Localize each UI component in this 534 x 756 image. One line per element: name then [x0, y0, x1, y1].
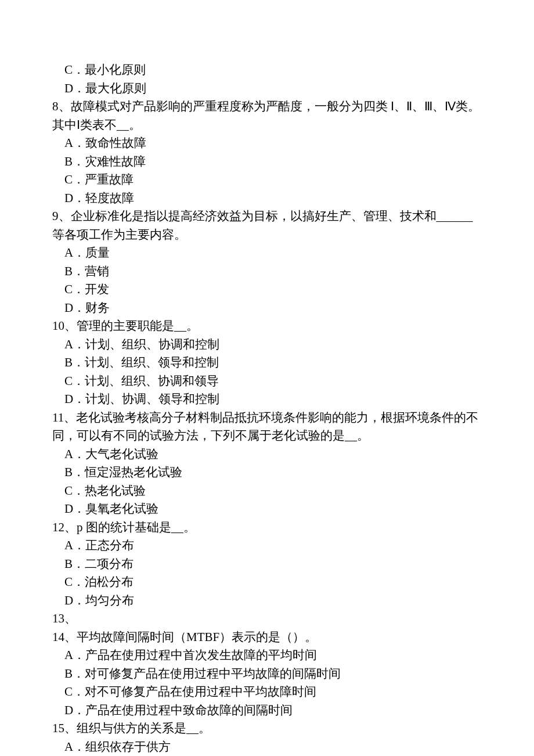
q14-option-c: C．对不可修复产品在使用过程中平均故障时间 — [52, 683, 482, 701]
q8-option-a: A．致命性故障 — [52, 134, 482, 153]
q15-option-a: A．组织依存于供方 — [52, 738, 482, 757]
q10-option-d: D．计划、协调、领导和控制 — [52, 390, 482, 409]
q11-option-d: D．臭氧老化试验 — [52, 500, 482, 519]
q14-text: 14、平均故障间隔时间（MTBF）表示的是（）。 — [52, 628, 482, 647]
q8-text: 8、故障模式对产品影响的严重程度称为严酷度，一般分为四类 Ⅰ、Ⅱ、Ⅲ、Ⅳ类。其中… — [52, 98, 482, 134]
q7-option-c: C．最小化原则 — [52, 61, 482, 80]
q11-option-b: B．恒定湿热老化试验 — [52, 463, 482, 482]
q8-option-b: B．灾难性故障 — [52, 153, 482, 171]
q13-text: 13、 — [52, 610, 482, 628]
q11-option-c: C．热老化试验 — [52, 482, 482, 501]
q9-option-d: D．财务 — [52, 299, 482, 318]
q8-option-d: D．轻度故障 — [52, 189, 482, 208]
q12-option-a: A．正态分布 — [52, 537, 482, 555]
q14-option-a: A．产品在使用过程中首次发生故障的平均时间 — [52, 646, 482, 665]
document-page: C．最小化原则 D．最大化原则 8、故障模式对产品影响的严重程度称为严酷度，一般… — [0, 0, 534, 756]
q8-option-c: C．严重故障 — [52, 171, 482, 189]
q12-option-c: C．泊松分布 — [52, 573, 482, 592]
q12-option-d: D．均匀分布 — [52, 592, 482, 610]
q9-text: 9、企业标准化是指以提高经济效益为目标，以搞好生产、管理、技术和______等各… — [52, 207, 482, 244]
q9-option-c: C．开发 — [52, 280, 482, 299]
q9-option-a: A．质量 — [52, 244, 482, 262]
q10-option-c: C．计划、组织、协调和领导 — [52, 372, 482, 391]
q10-option-b: B．计划、组织、领导和控制 — [52, 354, 482, 372]
q14-option-b: B．对可修复产品在使用过程中平均故障的间隔时间 — [52, 665, 482, 683]
q10-option-a: A．计划、组织、协调和控制 — [52, 336, 482, 354]
q11-text: 11、老化试验考核高分子材料制品抵抗环境条件影响的能力，根据环境条件的不同，可以… — [52, 409, 482, 445]
q12-text: 12、p 图的统计基础是__。 — [52, 519, 482, 537]
q12-option-b: B．二项分布 — [52, 555, 482, 574]
q9-option-b: B．营销 — [52, 262, 482, 281]
q7-option-d: D．最大化原则 — [52, 80, 482, 98]
q10-text: 10、管理的主要职能是__。 — [52, 317, 482, 336]
q15-text: 15、组织与供方的关系是__。 — [52, 719, 482, 738]
q11-option-a: A．大气老化试验 — [52, 445, 482, 464]
q14-option-d: D．产品在使用过程中致命故障的间隔时间 — [52, 701, 482, 720]
